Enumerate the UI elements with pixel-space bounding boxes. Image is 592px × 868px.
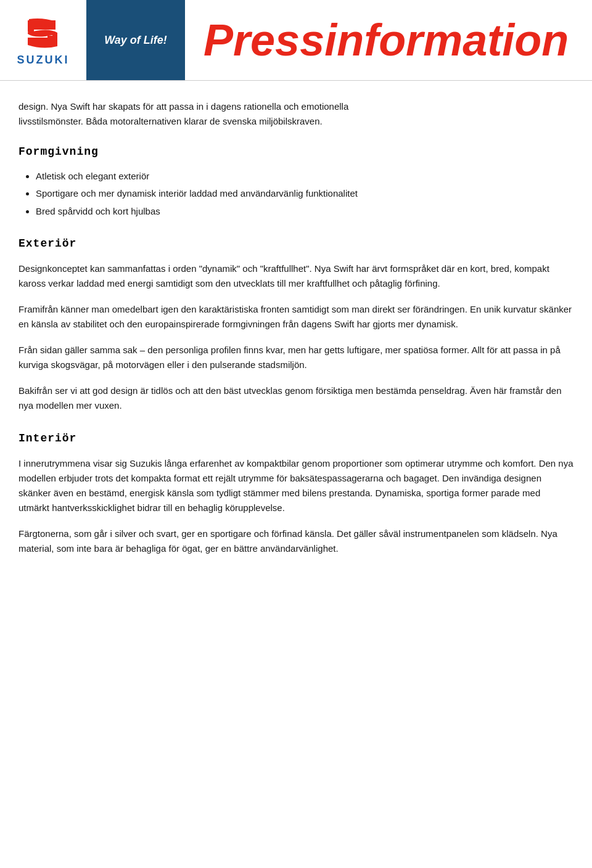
list-item: Bred spårvidd och kort hjulbas	[36, 205, 574, 219]
suzuki-label: SUZUKI	[17, 54, 70, 67]
list-item: Atletisk och elegant exteriör	[36, 170, 574, 184]
press-title-area: Pressinformation	[185, 0, 592, 80]
intro-paragraph: design. Nya Swift har skapats för att pa…	[18, 99, 574, 129]
formgivning-heading: Formgivning	[18, 144, 574, 161]
exteriör-para-2: Framifrån känner man omedelbart igen den…	[18, 302, 574, 332]
way-of-life-text: Way of Life!	[104, 34, 167, 47]
formgivning-list: Atletisk och elegant exteriör Sportigare…	[18, 170, 574, 219]
exteriör-para-3: Från sidan gäller samma sak – den person…	[18, 343, 574, 372]
exteriör-para-4: Bakifrån ser vi att god design är tidlös…	[18, 383, 574, 413]
interiör-para-2: Färgtonerna, som går i silver och svart,…	[18, 526, 574, 556]
main-content: design. Nya Swift har skapats för att pa…	[0, 81, 592, 586]
list-item: Sportigare och mer dynamisk interiör lad…	[36, 187, 574, 201]
exteriör-heading: Exteriör	[18, 235, 574, 253]
interiör-para-1: I innerutrymmena visar sig Suzukis långa…	[18, 456, 574, 515]
press-title-text: Pressinformation	[204, 18, 569, 62]
interiör-heading: Interiör	[18, 430, 574, 448]
exteriör-para-1: Designkonceptet kan sammanfattas i orden…	[18, 261, 574, 291]
suzuki-s-icon	[22, 14, 65, 51]
way-of-life-banner: Way of Life!	[86, 0, 185, 80]
suzuki-logo: SUZUKI	[17, 14, 70, 67]
page-header: SUZUKI Way of Life! Pressinformation	[0, 0, 592, 80]
logo-area: SUZUKI	[0, 0, 86, 80]
